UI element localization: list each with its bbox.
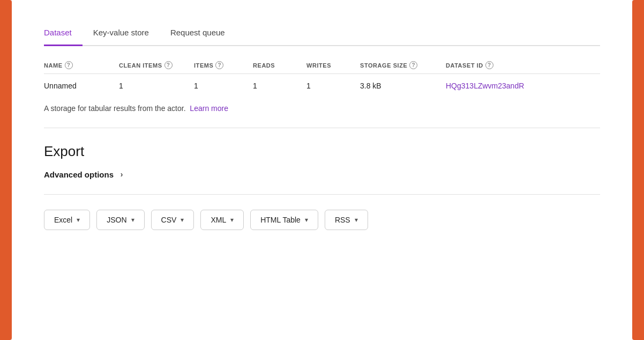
col-header-dataset-id: DATASET ID ?: [446, 61, 553, 69]
cell-items: 1: [194, 82, 253, 90]
export-json-button[interactable]: JSON ▾: [96, 210, 144, 230]
learn-more-link[interactable]: Learn more: [190, 104, 228, 113]
cell-dataset-id[interactable]: HQg313LZwvm23andR: [446, 82, 553, 90]
cell-reads: 1: [253, 82, 306, 90]
advanced-options-label: Advanced options: [44, 170, 114, 179]
export-title: Export: [44, 143, 600, 160]
chevron-right-icon: ›: [117, 169, 126, 179]
name-help-icon[interactable]: ?: [65, 61, 73, 69]
advanced-options-toggle[interactable]: Advanced options ›: [44, 169, 600, 179]
json-label: JSON: [107, 216, 126, 224]
cell-writes: 1: [306, 82, 360, 90]
cell-clean-items: 1: [119, 82, 194, 90]
table-header: NAME ? CLEAN ITEMS ? ITEMS ? READS WRITE…: [44, 61, 600, 74]
dataset-id-help-icon[interactable]: ?: [485, 61, 493, 69]
export-xml-button[interactable]: XML ▾: [200, 210, 244, 230]
divider-1: [44, 128, 600, 128]
col-header-storage-size: STORAGE SIZE ?: [360, 61, 446, 69]
col-header-reads: READS: [253, 61, 306, 69]
csv-label: CSV: [161, 216, 177, 224]
main-content: Dataset Key-value store Request queue NA…: [12, 0, 632, 340]
data-table: NAME ? CLEAN ITEMS ? ITEMS ? READS WRITE…: [44, 61, 600, 93]
cell-name: Unnamed: [44, 82, 119, 90]
export-rss-button[interactable]: RSS ▾: [325, 210, 368, 230]
html-table-dropdown-icon: ▾: [305, 216, 308, 224]
table-row: Unnamed 1 1 1 1 3.8 kB HQg313LZwvm23andR: [44, 78, 600, 93]
divider-2: [44, 194, 600, 195]
excel-label: Excel: [54, 216, 72, 224]
right-sidebar: [632, 0, 644, 340]
export-html-table-button[interactable]: HTML Table ▾: [250, 210, 318, 230]
left-sidebar: [0, 0, 12, 340]
col-header-writes: WRITES: [306, 61, 360, 69]
export-buttons-group: Excel ▾ JSON ▾ CSV ▾ XML ▾ HTML Table ▾ …: [44, 210, 600, 230]
tabs-bar: Dataset Key-value store Request queue: [44, 21, 600, 46]
json-dropdown-icon: ▾: [131, 216, 134, 224]
page-wrapper: Dataset Key-value store Request queue NA…: [0, 0, 644, 340]
rss-dropdown-icon: ▾: [355, 216, 358, 224]
html-table-label: HTML Table: [260, 216, 301, 224]
col-header-items: ITEMS ?: [194, 61, 253, 69]
clean-items-help-icon[interactable]: ?: [164, 61, 173, 69]
col-header-clean-items: CLEAN ITEMS ?: [119, 61, 194, 69]
description-text: A storage for tabular results from the a…: [44, 104, 600, 113]
storage-help-icon[interactable]: ?: [409, 61, 417, 69]
rss-label: RSS: [335, 216, 350, 224]
excel-dropdown-icon: ▾: [77, 216, 80, 224]
cell-storage-size: 3.8 kB: [360, 82, 446, 90]
xml-label: XML: [211, 216, 226, 224]
xml-dropdown-icon: ▾: [230, 216, 234, 224]
export-csv-button[interactable]: CSV ▾: [151, 210, 194, 230]
items-help-icon[interactable]: ?: [215, 61, 223, 69]
export-excel-button[interactable]: Excel ▾: [44, 210, 90, 230]
tab-key-value-store[interactable]: Key-value store: [83, 21, 160, 46]
tab-request-queue[interactable]: Request queue: [160, 21, 236, 46]
tab-dataset[interactable]: Dataset: [44, 21, 83, 46]
csv-dropdown-icon: ▾: [181, 216, 184, 224]
col-header-name: NAME ?: [44, 61, 119, 69]
